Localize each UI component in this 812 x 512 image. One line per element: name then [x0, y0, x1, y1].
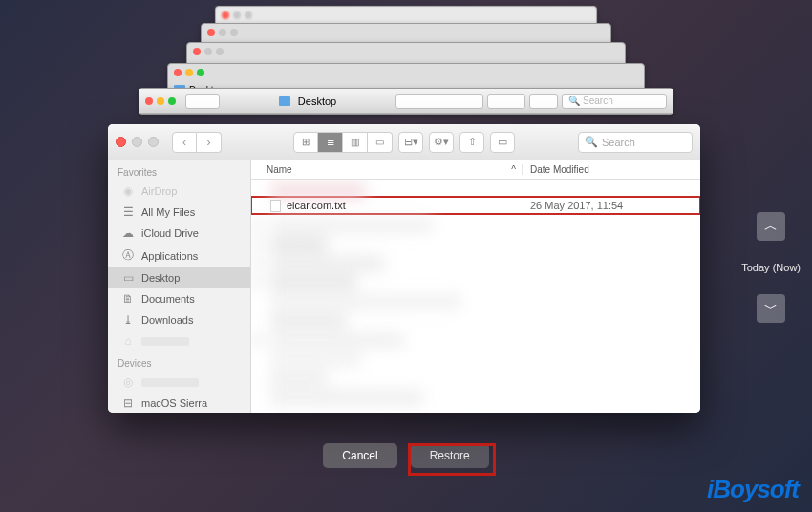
view-switcher[interactable]: ⊞ ≣ ▥ ▭ [293, 132, 393, 153]
list-view-button[interactable]: ≣ [318, 132, 343, 153]
search-icon: 🔍 [585, 136, 598, 148]
sidebar-item-airdrop[interactable]: ◉AirDrop [108, 181, 250, 202]
file-name: eicar.com.txt [287, 200, 346, 211]
sidebar-section-label: Devices [108, 352, 250, 372]
finder-window: ‹ › ⊞ ≣ ▥ ▭ ⊟▾ ⚙▾ ⇧ ▭ 🔍 Search Favorites… [108, 124, 700, 413]
action-button[interactable]: ⚙▾ [429, 132, 454, 153]
sidebar-item-downloads[interactable]: ⤓Downloads [108, 309, 250, 331]
ghost-title: Desktop [298, 96, 336, 107]
disk-icon: ⊟ [121, 396, 135, 410]
documents-icon: 🗎 [121, 292, 135, 306]
disc-icon: ◎ [121, 375, 135, 389]
column-header-date[interactable]: Date Modified [523, 164, 700, 175]
cloud-icon: ☁ [121, 226, 135, 240]
sidebar-item-icloud[interactable]: ☁iCloud Drive [108, 223, 250, 244]
close-icon[interactable] [116, 137, 126, 147]
back-button[interactable]: ‹ [172, 132, 197, 153]
sidebar-section-label: Favorites [108, 160, 250, 181]
sidebar-item-documents[interactable]: 🗎Documents [108, 288, 250, 309]
cancel-button[interactable]: Cancel [323, 443, 396, 468]
forward-button[interactable]: › [197, 132, 222, 153]
disclosure-icon[interactable]: ▶ [255, 277, 262, 287]
airdrop-icon: ◉ [121, 184, 135, 198]
gallery-view-button[interactable]: ▭ [368, 132, 393, 153]
search-input[interactable]: 🔍 Search [578, 132, 693, 153]
disclosure-icon[interactable]: ▶ [255, 258, 262, 267]
sort-indicator-icon: ^ [511, 164, 516, 175]
icon-view-button[interactable]: ⊞ [293, 132, 318, 153]
watermark-logo: iBoysoft [707, 475, 799, 504]
sidebar-item-applications[interactable]: ⒶApplications [108, 244, 250, 267]
titlebar: ‹ › ⊞ ≣ ▥ ▭ ⊟▾ ⚙▾ ⇧ ▭ 🔍 Search [108, 124, 700, 160]
sidebar-item-home[interactable]: ⌂ [108, 331, 250, 352]
file-list-pane: Name^ Date Modified eicar.com.txt 26 May… [251, 160, 700, 413]
timeline-up-button[interactable]: ︿ [757, 212, 785, 241]
all-files-icon: ☰ [121, 205, 135, 219]
share-button[interactable]: ⇧ [459, 132, 484, 153]
home-icon: ⌂ [121, 334, 135, 348]
sidebar: Favorites ◉AirDrop ☰All My Files ☁iCloud… [108, 160, 251, 413]
column-view-button[interactable]: ▥ [343, 132, 368, 153]
downloads-icon: ⤓ [121, 313, 135, 327]
applications-icon: Ⓐ [121, 247, 135, 264]
disclosure-icon[interactable]: ▶ [255, 334, 262, 344]
file-row[interactable]: eicar.com.txt 26 May 2017, 11:54 [251, 197, 700, 214]
sidebar-item-all-my-files[interactable]: ☰All My Files [108, 202, 250, 223]
desktop-icon: ▭ [121, 271, 135, 285]
file-icon [270, 200, 281, 212]
file-date: 26 May 2017, 11:54 [523, 200, 700, 211]
minimize-icon[interactable] [132, 137, 142, 147]
sidebar-item-device[interactable]: ◎ [108, 372, 250, 393]
timeline-control: ︿ Today (Now) ﹀ [741, 212, 801, 323]
highlight-box [408, 443, 496, 476]
maximize-icon[interactable] [148, 137, 159, 147]
column-header-name[interactable]: Name^ [251, 164, 523, 175]
timeline-down-button[interactable]: ﹀ [757, 294, 785, 323]
sidebar-item-macos-sierra[interactable]: ⊟macOS Sierra [108, 393, 250, 413]
disclosure-icon[interactable]: ▶ [255, 239, 262, 248]
disclosure-icon[interactable]: ▶ [255, 220, 262, 229]
sidebar-item-desktop[interactable]: ▭Desktop [108, 267, 250, 288]
timeline-label: Today (Now) [741, 262, 801, 273]
tags-button[interactable]: ▭ [490, 132, 515, 153]
arrange-button[interactable]: ⊟▾ [398, 132, 423, 153]
